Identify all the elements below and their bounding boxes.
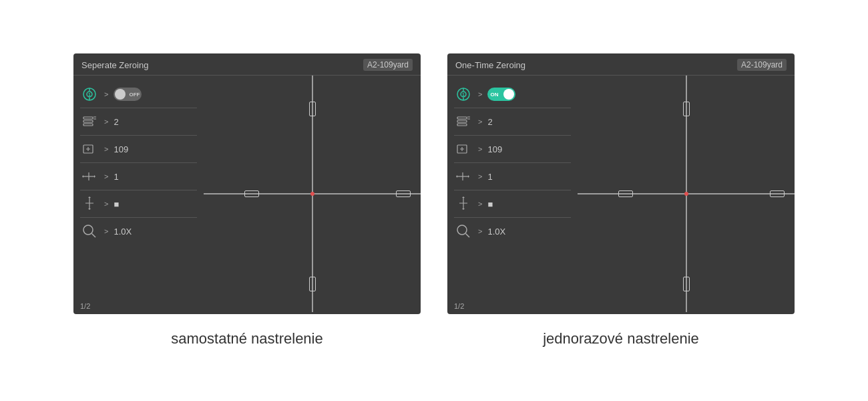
hadj-icon-2 (454, 167, 473, 186)
control-row-magnify-1: > 1.0X (80, 218, 197, 245)
magnify-svg-1 (81, 223, 97, 239)
svg-line-22 (92, 234, 96, 238)
handle-left-2[interactable] (618, 190, 633, 197)
svg-rect-28 (457, 117, 467, 119)
crosshair-center-2 (684, 192, 688, 196)
arrow-1b: > (478, 90, 482, 98)
target-icon-1: 1 (80, 85, 99, 104)
svg-rect-6 (83, 120, 93, 122)
arrow-6a: > (104, 227, 108, 235)
target-svg-2: 1 (455, 86, 471, 102)
layers-icon-2 (454, 112, 473, 131)
scope-area-2 (578, 76, 795, 312)
target-svg-1: 1 (81, 86, 97, 102)
svg-point-21 (83, 225, 93, 235)
layers-svg-2 (455, 114, 471, 130)
panel-header-1: Seperate Zeroing A2-109yard (73, 53, 421, 76)
handle-bottom-2[interactable] (683, 277, 690, 291)
layers-svg-1 (81, 114, 97, 130)
svg-marker-42 (462, 196, 465, 198)
crosshair-center-1 (310, 192, 314, 196)
toggle-knob-1 (115, 89, 126, 100)
panel-badge-1: A2-109yard (363, 59, 413, 71)
control-row-hadj-2: > 1 (454, 163, 571, 190)
arrow-2b: > (478, 118, 482, 126)
svg-rect-29 (457, 120, 467, 122)
vadj-icon-1 (80, 194, 99, 213)
magnify-icon-1 (80, 222, 99, 241)
magnify-value-1: 1.0X (114, 227, 132, 237)
magnify-svg-2 (455, 223, 471, 239)
handle-bottom-1[interactable] (309, 277, 316, 291)
hadj-icon-1 (80, 167, 99, 186)
vadj-value-2: ■ (487, 199, 493, 209)
svg-marker-20 (88, 209, 91, 210)
control-row-hadj-1: > 1 (80, 163, 197, 190)
distance-value-2: 109 (487, 144, 502, 154)
arrow-5a: > (104, 200, 108, 208)
controls-col-1: 1 > (73, 76, 204, 312)
arrow-3a: > (104, 145, 108, 153)
captions-row: samostatné nastrelenie jednorazové nastr… (73, 330, 795, 348)
control-row-vadj-1: > ■ (80, 190, 197, 218)
toggle-off-1[interactable] (114, 88, 142, 101)
control-row-distance-2: > 109 (454, 136, 571, 163)
hadj-value-1: 1 (114, 172, 118, 182)
vadj-icon-2 (454, 194, 473, 213)
caption-1: samostatné nastrelenie (73, 330, 421, 348)
svg-marker-43 (462, 209, 465, 210)
svg-text:1: 1 (462, 92, 465, 97)
handle-right-2[interactable] (770, 190, 785, 197)
control-row-vadj-2: > ■ (454, 190, 571, 218)
vadj-svg-2 (455, 196, 471, 212)
hadj-svg-1 (81, 168, 97, 184)
hadj-svg-2 (455, 168, 471, 184)
handle-top-1[interactable] (309, 102, 316, 116)
hadj-value-2: 1 (487, 172, 492, 182)
control-row-profile-1: 1 > (80, 81, 197, 108)
arrow-1a: > (104, 90, 108, 98)
arrow-4b: > (478, 172, 482, 180)
arrow-2a: > (104, 118, 108, 126)
page-indicator-2: 1/2 (454, 302, 464, 310)
svg-marker-19 (88, 196, 91, 198)
control-row-profile-2: 1 > (454, 81, 571, 108)
control-row-layers-2: > 2 (454, 108, 571, 136)
svg-rect-7 (83, 124, 93, 126)
svg-rect-5 (83, 117, 93, 119)
handle-right-1[interactable] (396, 190, 411, 197)
distance-value-1: 109 (114, 144, 128, 154)
svg-marker-39 (468, 175, 469, 178)
page-indicator-1: 1/2 (80, 302, 90, 310)
vadj-svg-1 (81, 196, 97, 212)
magnify-icon-2 (454, 222, 473, 241)
panels-row: Seperate Zeroing A2-109yard 1 (73, 53, 795, 314)
svg-rect-30 (457, 124, 467, 126)
controls-col-2: 1 > (447, 76, 578, 312)
control-row-layers-1: > 2 (80, 108, 197, 136)
arrow-5b: > (478, 200, 482, 208)
target-icon-2: 1 (454, 85, 473, 104)
arrow-3b: > (478, 145, 482, 153)
magnify-value-2: 1.0X (487, 227, 505, 237)
layers-value-1: 2 (114, 117, 118, 127)
panel-header-2: One-Time Zeroing A2-109yard (447, 53, 795, 76)
panel-title-1: Seperate Zeroing (81, 60, 148, 70)
svg-marker-15 (82, 175, 83, 178)
control-row-distance-1: > 109 (80, 136, 197, 163)
distance-icon-1 (80, 140, 99, 158)
handle-left-1[interactable] (244, 190, 259, 197)
distance-icon-2 (454, 140, 473, 158)
caption-2: jednorazové nastrelenie (447, 330, 795, 348)
svg-point-44 (457, 225, 467, 235)
panel-badge-2: A2-109yard (737, 59, 787, 71)
layers-value-2: 2 (487, 117, 492, 127)
arrow-6b: > (478, 227, 482, 235)
panel-title-2: One-Time Zeroing (455, 60, 525, 70)
svg-line-45 (466, 234, 470, 238)
panel-body-2: 1 > (447, 76, 795, 312)
control-row-magnify-2: > 1.0X (454, 218, 571, 245)
handle-top-2[interactable] (683, 102, 690, 116)
toggle-on-2[interactable] (487, 88, 515, 101)
svg-marker-16 (94, 175, 95, 178)
